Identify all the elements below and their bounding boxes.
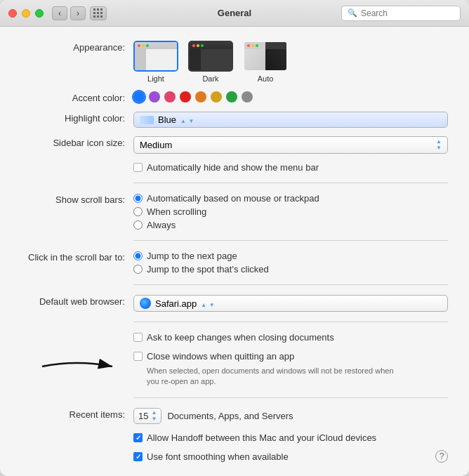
light-label: Light [147,74,164,83]
recent-items-value: 15 [138,411,148,421]
accent-green[interactable] [226,91,237,103]
up-arrow-icon: ▲ [151,410,157,416]
click-next-label: Jump to the next page [147,251,237,261]
scroll-auto-radio-row: Automatically based on mouse or trackpad [133,193,448,204]
close-windows-checkbox-row: Close windows when quitting an app [133,351,448,362]
separator-3 [133,284,448,285]
sidebar-icon-size-content: Medium ▲ ▼ [133,136,448,154]
sidebar-size-value: Medium [140,140,432,150]
separator-5 [133,397,448,398]
appearance-light[interactable]: Light [133,41,178,83]
separator-1 [133,183,448,183]
back-button[interactable]: ‹ [52,6,67,20]
close-button[interactable] [8,9,17,18]
closing-docs-checkbox[interactable] [133,333,143,342]
scroll-auto-radio[interactable] [133,194,143,203]
click-next-radio[interactable] [133,251,143,260]
closing-docs-checkbox-row: Ask to keep changes when closing documen… [133,332,448,343]
sidebar-size-select[interactable]: Medium ▲ ▼ [133,136,448,154]
search-box[interactable]: 🔍 [341,6,461,21]
recent-items-select[interactable]: 15 ▲ ▼ [133,408,161,424]
accent-orange[interactable] [195,91,206,103]
accent-color-label: Accent color: [14,91,133,103]
browser-value: Safari.app [155,298,197,309]
grid-button[interactable] [90,6,107,20]
traffic-lights [8,9,44,18]
recent-items-controls: 15 ▲ ▼ Documents, Apps, and Servers [133,408,448,424]
accent-pink[interactable] [164,91,176,103]
menu-bar-row: Automatically hide and show the menu bar [14,162,448,173]
down-arrow-icon: ▼ [151,416,157,422]
browser-content: Safari.app ▲ ▼ [133,295,448,312]
nav-buttons: ‹ › [52,6,86,20]
up-arrow-icon: ▲ [180,118,186,124]
click-scroll-content: Jump to the next page Jump to the spot t… [133,251,448,275]
close-windows-empty-label [14,351,133,352]
search-icon: 🔍 [348,8,357,18]
menu-bar-checkbox[interactable] [133,163,143,172]
handoff-checkbox[interactable] [133,433,143,442]
browser-arrows: ▲ ▼ [201,298,214,309]
search-input[interactable] [361,8,454,18]
recent-items-suffix: Documents, Apps, and Servers [167,411,293,421]
window-title: General [218,8,251,18]
accent-red[interactable] [180,91,191,103]
maximize-button[interactable] [35,9,44,18]
minimize-button[interactable] [22,9,30,18]
menu-bar-checkbox-row: Automatically hide and show the menu bar [133,162,448,173]
highlight-value: Blue [158,114,176,125]
scroll-bars-label: Show scroll bars: [14,193,133,205]
highlight-color-content: Blue ▲ ▼ [133,112,448,128]
recent-items-label: Recent items: [14,408,133,420]
light-thumbnail[interactable] [133,41,178,72]
auto-thumbnail[interactable] [243,41,288,72]
up-arrow-icon: ▲ [436,139,442,145]
window: ‹ › General 🔍 Appearance: [0,0,469,476]
handoff-content: Allow Handoff between this Mac and your … [133,432,448,443]
close-windows-hint: When selected, open documents and window… [147,366,399,388]
menu-bar-empty-label [14,162,133,164]
highlight-color-select[interactable]: Blue ▲ ▼ [133,112,448,128]
font-smoothing-content: Use font smoothing when available [133,451,435,462]
scroll-auto-label: Automatically based on mouse or trackpad [147,193,319,204]
recent-items-content: 15 ▲ ▼ Documents, Apps, and Servers [133,408,448,424]
accent-graphite[interactable] [242,91,253,103]
close-windows-row: Close windows when quitting an app When … [14,351,448,388]
separator-2 [133,240,448,241]
highlight-color-label: Highlight color: [14,112,133,124]
highlight-swatch [140,116,154,124]
scroll-bars-content: Automatically based on mouse or trackpad… [133,193,448,230]
closing-docs-empty-label [14,332,133,333]
font-smoothing-text: Use font smoothing when available [147,451,289,462]
highlight-arrows: ▲ ▼ [180,114,194,125]
sidebar-icon-size-label: Sidebar icon size: [14,136,133,148]
appearance-dark[interactable]: Dark [188,41,233,83]
accent-blue[interactable] [133,91,145,103]
browser-select[interactable]: Safari.app ▲ ▼ [133,295,448,312]
help-button[interactable]: ? [435,450,448,463]
closing-docs-text: Ask to keep changes when closing documen… [147,332,334,343]
scroll-scrolling-label: When scrolling [147,206,206,217]
forward-button[interactable]: › [70,6,86,20]
close-windows-checkbox[interactable] [133,352,143,361]
font-smoothing-checkbox[interactable] [133,452,143,461]
font-smoothing-checkbox-row: Use font smoothing when available [133,451,435,462]
scroll-always-radio[interactable] [133,220,143,230]
scroll-scrolling-radio[interactable] [133,207,143,216]
click-spot-radio-row: Jump to the spot that's clicked [133,264,448,275]
click-spot-radio[interactable] [133,265,143,274]
appearance-auto[interactable]: Auto [243,41,288,83]
click-spot-label: Jump to the spot that's clicked [147,264,269,275]
accent-yellow[interactable] [211,91,222,103]
appearance-label: Appearance: [14,41,133,53]
handoff-checkbox-row: Allow Handoff between this Mac and your … [133,432,448,443]
closing-docs-row: Ask to keep changes when closing documen… [14,332,448,343]
down-arrow-icon: ▼ [209,302,215,308]
grid-icon [93,8,103,18]
click-scroll-label: Click in the scroll bar to: [14,251,133,263]
appearance-options: Light Dark [133,41,448,83]
separator-4 [133,322,448,322]
accent-purple[interactable] [149,91,160,103]
font-smoothing-row: Use font smoothing when available ? [14,451,448,463]
dark-thumbnail[interactable] [188,41,233,72]
